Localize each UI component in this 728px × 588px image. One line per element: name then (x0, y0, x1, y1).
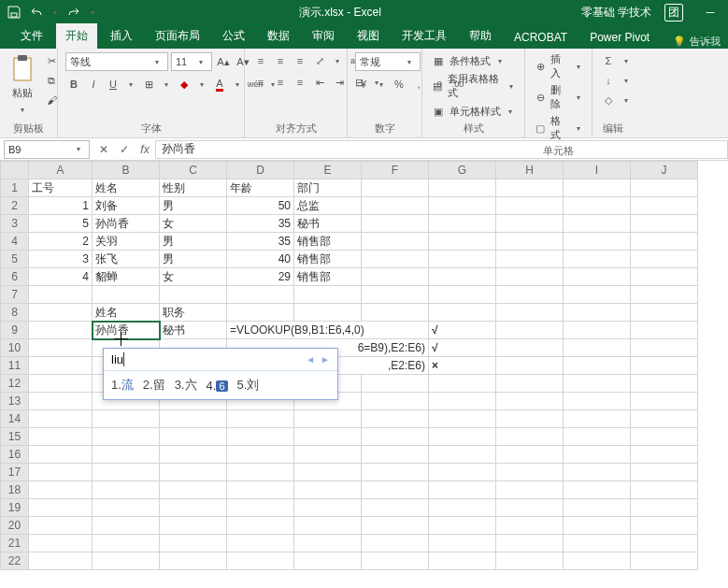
align-middle-icon[interactable]: ≡ (272, 52, 289, 69)
table-row: 18 (1, 481, 698, 499)
tab-insert[interactable]: 插入 (101, 23, 142, 49)
format-cells-button[interactable]: ▢格式▾ (533, 114, 584, 142)
col-header[interactable]: G (429, 162, 496, 179)
tab-acrobat[interactable]: ACROBAT (505, 26, 577, 49)
tab-formulas[interactable]: 公式 (213, 23, 254, 49)
paste-button[interactable]: 粘贴▾ (7, 52, 37, 119)
tab-home[interactable]: 开始 (56, 23, 97, 49)
indent-dec-icon[interactable]: ⇤ (311, 74, 328, 91)
formula-bar[interactable]: 孙尚香 (155, 140, 728, 159)
italic-button[interactable]: I (85, 76, 102, 93)
ime-next-icon[interactable]: ► (321, 354, 330, 365)
table-row: 53张飞男40销售部 (1, 251, 698, 268)
col-header[interactable]: I (564, 162, 631, 179)
font-name-combo[interactable]: 等线▾ (65, 52, 168, 71)
ime-prev-icon[interactable]: ◄ (306, 354, 315, 365)
table-row: 8姓名职务 (1, 304, 698, 322)
tab-data[interactable]: 数据 (258, 23, 299, 49)
insert-icon: ⊕ (533, 58, 548, 75)
ime-input-text[interactable]: liu (111, 352, 124, 366)
indent-inc-icon[interactable]: ⇥ (331, 74, 348, 91)
border-icon[interactable]: ⊞ (140, 76, 157, 93)
fill-icon[interactable]: ↓ (600, 72, 617, 89)
align-center-icon[interactable]: ≡ (272, 74, 289, 91)
col-header[interactable]: J (631, 162, 698, 179)
align-right-icon[interactable]: ≡ (292, 74, 308, 91)
delete-icon: ⊖ (533, 89, 548, 106)
tab-pivot[interactable]: Power Pivot (580, 26, 659, 49)
table-row: 19 (1, 499, 698, 517)
brand-text: 零基础 学技术 (581, 5, 651, 21)
row-header[interactable]: 1 (1, 179, 29, 197)
col-header[interactable]: E (294, 162, 362, 179)
align-top-icon[interactable]: ≡ (252, 52, 269, 69)
col-header[interactable]: D (227, 162, 294, 179)
col-header[interactable]: B (93, 162, 160, 179)
enter-icon[interactable]: ✓ (114, 139, 135, 160)
undo-icon[interactable] (26, 2, 47, 22)
col-header[interactable]: F (362, 162, 429, 179)
group-font: 等线▾ 11▾ A▴ A▾ B I U ▾ ⊞▾ ◆▾ A▾ wén▾ 字体 (58, 49, 245, 137)
cell-styles-button[interactable]: ▣单元格样式▾ (430, 103, 517, 120)
currency-icon[interactable]: ¥ (355, 76, 372, 93)
save-icon[interactable] (4, 2, 24, 22)
col-header[interactable]: C (160, 162, 227, 179)
bold-button[interactable]: B (65, 76, 82, 93)
grow-font-icon[interactable]: A▴ (215, 53, 232, 70)
cancel-icon[interactable]: ✕ (93, 139, 114, 160)
table-row: 20 (1, 517, 698, 535)
col-header[interactable]: H (496, 162, 564, 179)
ime-cand[interactable]: 3.六 (175, 377, 197, 394)
cond-format-button[interactable]: ▦条件格式▾ (430, 52, 507, 69)
tab-layout[interactable]: 页面布局 (146, 23, 209, 49)
redo-icon[interactable] (64, 2, 84, 22)
name-box[interactable]: B9▾ (4, 140, 90, 159)
minimize-icon[interactable]: ─ (696, 2, 724, 22)
autosum-icon[interactable]: Σ (600, 52, 617, 69)
window-title: 演示.xlsx - Excel (99, 5, 581, 21)
table-row: 21 (1, 535, 698, 552)
cond-format-icon: ▦ (430, 52, 447, 69)
ribbon: 粘贴▾ ✂ ⧉ 🖌 剪贴板 等线▾ 11▾ A▴ A▾ B I U ▾ ⊞▾ (0, 49, 728, 138)
ime-cand[interactable]: 5.刘 (237, 377, 260, 394)
percent-icon[interactable]: % (391, 76, 407, 93)
fill-color-icon[interactable]: ◆ (176, 76, 193, 93)
insert-cells-button[interactable]: ⊕插入▾ (533, 52, 584, 80)
table-row: 7 (1, 286, 698, 304)
tab-review[interactable]: 审阅 (303, 23, 344, 49)
table-format-icon: ▤ (430, 78, 445, 94)
tab-dev[interactable]: 开发工具 (393, 23, 456, 49)
select-all-corner[interactable] (1, 162, 29, 179)
clear-icon[interactable]: ◇ (600, 92, 617, 108)
table-row: 21刘备男50总监 (1, 197, 698, 215)
align-bottom-icon[interactable]: ≡ (292, 52, 308, 69)
col-header[interactable]: A (29, 162, 93, 179)
format-table-button[interactable]: ▤套用表格格式▾ (430, 72, 517, 100)
worksheet-grid[interactable]: A B C D E F G H I J 1工号姓名性别年龄部门 21刘备男50总… (0, 161, 728, 588)
delete-cells-button[interactable]: ⊖删除▾ (533, 83, 584, 111)
team-badge: 团 (664, 4, 683, 22)
fx-icon[interactable]: fx (135, 143, 155, 156)
qat-customize-icon[interactable]: ▾ (86, 5, 99, 20)
tab-file[interactable]: 文件 (11, 23, 52, 49)
orientation-icon[interactable]: ⤢ (311, 52, 328, 69)
align-left-icon[interactable]: ≡ (252, 74, 269, 91)
group-styles: ▦条件格式▾ ▤套用表格格式▾ ▣单元格样式▾ 样式 (422, 49, 525, 137)
number-format-combo[interactable]: 常规▾ (355, 52, 421, 71)
active-cell[interactable]: 孙尚香 (93, 322, 160, 339)
underline-button[interactable]: U (105, 76, 121, 93)
table-row: 9孙尚香秘书=VLOOKUP(B9,B1:E6,4,0)√ (1, 322, 698, 339)
font-color-icon[interactable]: A (211, 76, 228, 93)
undo-dropdown-icon[interactable]: ▾ (49, 5, 62, 20)
group-number: 常规▾ ¥▾ % , .0 .00 数字 (348, 49, 422, 137)
cell-style-icon: ▣ (430, 103, 447, 120)
tab-view[interactable]: 视图 (348, 23, 389, 49)
ime-cand[interactable]: 4.6 (207, 379, 228, 393)
tell-me[interactable]: 💡告诉我 (673, 35, 728, 49)
ime-cand[interactable]: 1.流 (111, 377, 134, 394)
ime-cand[interactable]: 2.留 (143, 377, 165, 394)
tab-help[interactable]: 帮助 (460, 23, 501, 49)
svg-rect-0 (11, 13, 17, 17)
table-row: 42关羽男35销售部 (1, 233, 698, 251)
font-size-combo[interactable]: 11▾ (171, 52, 212, 71)
